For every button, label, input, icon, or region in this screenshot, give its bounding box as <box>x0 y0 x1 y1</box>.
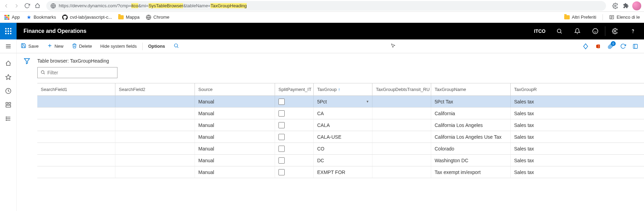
cell-splitpayment[interactable] <box>275 96 314 107</box>
chevron-down-icon[interactable]: ▾ <box>367 99 369 104</box>
bookmark-mappa[interactable]: Mappa <box>118 15 140 20</box>
save-button[interactable]: Save <box>17 39 43 53</box>
cell-searchfield1[interactable] <box>37 143 115 154</box>
cell-taxgroupdebts[interactable] <box>372 119 431 131</box>
feedback-icon[interactable] <box>587 23 604 39</box>
cell-source[interactable]: Manual <box>195 108 275 119</box>
table-row[interactable]: Manual 5Pct▾ 5Pct Tax Sales tax <box>37 96 644 108</box>
cell-taxgroupname[interactable]: Washington DC <box>431 155 511 166</box>
cell-taxgroup[interactable]: CA <box>314 108 372 119</box>
cell-searchfield2[interactable] <box>115 166 195 178</box>
col-taxgroupname[interactable]: TaxGroupName <box>431 83 511 95</box>
cell-splitpayment[interactable] <box>275 108 314 119</box>
hide-system-fields-button[interactable]: Hide system fields <box>96 39 141 53</box>
table-row[interactable]: Manual CA California Sales tax <box>37 108 644 119</box>
cell-searchfield1[interactable] <box>37 131 115 143</box>
cell-taxgroupdebts[interactable] <box>372 108 431 119</box>
cell-searchfield2[interactable] <box>115 96 195 107</box>
cell-taxgroup[interactable]: CALA <box>314 119 372 131</box>
cell-searchfield2[interactable] <box>115 143 195 154</box>
cell-source[interactable]: Manual <box>195 119 275 131</box>
cell-taxgroupdebts[interactable] <box>372 143 431 154</box>
table-row[interactable]: Manual EXMPT FOR Tax exempt im/export Sa… <box>37 166 644 178</box>
nav-hamburger-icon[interactable] <box>0 39 17 53</box>
checkbox[interactable] <box>278 146 285 152</box>
options-button[interactable]: Options <box>144 39 169 53</box>
filter-pane-icon[interactable] <box>23 57 30 211</box>
checkbox[interactable] <box>278 110 285 117</box>
bookmark-github[interactable]: cvd-lab/javascript-c... <box>62 15 112 20</box>
cell-source[interactable]: Manual <box>195 155 275 166</box>
cell-taxgroupr[interactable]: Sales tax <box>511 131 556 143</box>
delete-button[interactable]: Delete <box>68 39 96 53</box>
cell-taxgroupr[interactable]: Sales tax <box>511 108 556 119</box>
quick-filter-input[interactable] <box>47 70 114 75</box>
table-row[interactable]: Manual DC Washington DC Sales tax <box>37 155 644 166</box>
table-row[interactable]: Manual CALA California Los Angeles Sales… <box>37 119 644 131</box>
cell-taxgroupdebts[interactable] <box>372 155 431 166</box>
cell-taxgroup[interactable]: EXMPT FOR <box>314 166 372 178</box>
search-icon[interactable] <box>551 23 568 39</box>
find-button[interactable] <box>169 39 183 53</box>
company-selector[interactable]: ITCO <box>530 28 550 34</box>
cell-splitpayment[interactable] <box>275 155 314 166</box>
cell-taxgroupr[interactable]: Sales tax <box>511 166 556 178</box>
rail-workspaces-icon[interactable] <box>3 100 13 110</box>
cell-taxgroupname[interactable]: California Los Angeles Use Tax <box>431 131 511 143</box>
checkbox[interactable] <box>278 169 285 175</box>
extensions-icon[interactable] <box>622 2 629 10</box>
cell-searchfield1[interactable] <box>37 96 115 107</box>
cell-taxgroup[interactable]: CALA-USE <box>314 131 372 143</box>
cell-taxgroup[interactable]: CO <box>314 143 372 154</box>
cell-splitpayment[interactable] <box>275 131 314 143</box>
profile-avatar[interactable] <box>632 1 641 10</box>
cell-searchfield2[interactable] <box>115 131 195 143</box>
bookmark-bookmarks[interactable]: ★ Bookmarks <box>26 15 56 20</box>
cell-splitpayment[interactable] <box>275 143 314 154</box>
bookmark-other-favorites[interactable]: Altri Preferiti <box>564 15 596 20</box>
cell-taxgroupr[interactable]: Sales tax <box>511 143 556 154</box>
cell-taxgroupr[interactable]: Sales tax <box>511 96 556 107</box>
cell-taxgroupdebts[interactable] <box>372 96 431 107</box>
cell-taxgroupname[interactable]: 5Pct Tax <box>431 96 511 107</box>
help-icon[interactable] <box>625 23 641 39</box>
bookmark-chrome[interactable]: Chrome <box>146 15 169 20</box>
cell-taxgroupdebts[interactable] <box>372 131 431 143</box>
settings-icon[interactable] <box>607 23 623 39</box>
checkbox[interactable] <box>278 122 285 128</box>
cell-source[interactable]: Manual <box>195 143 275 154</box>
office-icon[interactable] <box>592 40 604 52</box>
cell-splitpayment[interactable] <box>275 166 314 178</box>
cell-taxgroup[interactable]: DC <box>314 155 372 166</box>
cell-taxgroup[interactable]: 5Pct▾ <box>314 96 372 107</box>
power-apps-icon[interactable] <box>580 40 591 52</box>
col-taxgroup[interactable]: TaxGroup ↑ <box>314 83 372 95</box>
rail-modules-icon[interactable] <box>3 113 13 124</box>
app-launcher-icon[interactable] <box>0 23 17 39</box>
cell-searchfield2[interactable] <box>115 119 195 131</box>
cell-taxgroupr[interactable]: Sales tax <box>511 119 556 131</box>
checkbox[interactable] <box>278 157 285 164</box>
bookmark-reading-list[interactable]: Elenco di le <box>609 15 640 20</box>
cell-searchfield1[interactable] <box>37 166 115 178</box>
cell-source[interactable]: Manual <box>195 166 275 178</box>
col-searchfield2[interactable]: SearchField2 <box>115 83 195 95</box>
col-taxgroupr[interactable]: TaxGroupR <box>511 83 556 95</box>
rail-favorites-icon[interactable] <box>3 72 13 82</box>
rail-home-icon[interactable] <box>3 58 13 68</box>
rail-recent-icon[interactable] <box>3 86 13 96</box>
cell-searchfield1[interactable] <box>37 155 115 166</box>
checkbox[interactable] <box>278 134 285 140</box>
col-splitpayment[interactable]: SplitPayment_IT <box>275 83 314 95</box>
refresh-icon[interactable] <box>617 40 629 52</box>
cell-taxgroupname[interactable]: California Los Angeles <box>431 119 511 131</box>
cell-source[interactable]: Manual <box>195 131 275 143</box>
nav-back-icon[interactable] <box>3 2 10 9</box>
col-taxgroupdebts[interactable]: TaxGroupDebtsTransit_RU <box>372 83 431 95</box>
col-searchfield1[interactable]: SearchField1 <box>37 83 115 95</box>
cell-splitpayment[interactable] <box>275 119 314 131</box>
popout-icon[interactable] <box>629 40 641 52</box>
cell-taxgroupname[interactable]: Colorado <box>431 143 511 154</box>
notifications-icon[interactable] <box>569 23 586 39</box>
cell-searchfield2[interactable] <box>115 108 195 119</box>
